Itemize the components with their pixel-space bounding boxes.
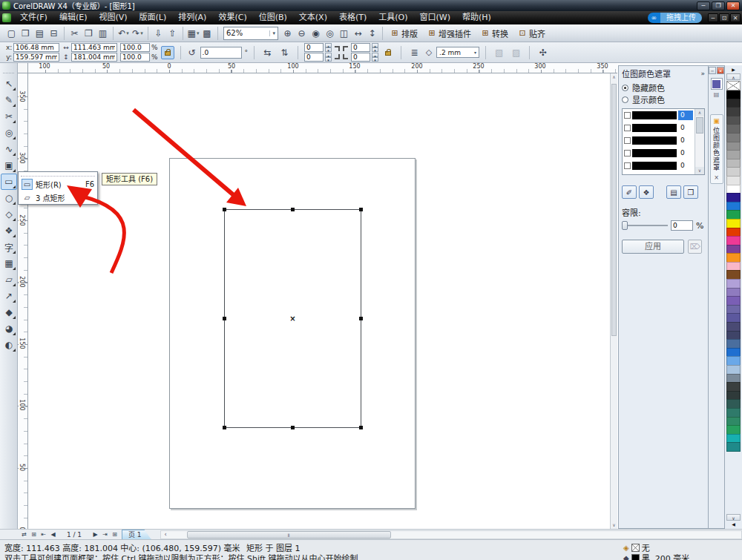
- mask-color-row[interactable]: 0: [623, 147, 695, 159]
- checkbox[interactable]: [624, 125, 631, 131]
- checkbox[interactable]: [624, 112, 631, 119]
- mask-color-row[interactable]: 0: [623, 134, 695, 147]
- fill-tool[interactable]: ◕: [1, 320, 17, 337]
- export-icon[interactable]: ⇧: [165, 26, 180, 41]
- add-page-after-button[interactable]: ⊞: [110, 531, 119, 538]
- open-mask-button[interactable]: ❒: [683, 185, 698, 199]
- color-swatch[interactable]: [726, 442, 741, 452]
- mirror-horizontal-button[interactable]: ⇆: [260, 45, 275, 60]
- menu-item[interactable]: 文本(X): [293, 11, 333, 24]
- palette-scroll-up[interactable]: ∧: [726, 73, 741, 80]
- eyedropper-button[interactable]: ✐: [622, 185, 637, 199]
- ruler-origin-button[interactable]: [18, 63, 28, 73]
- interactive-blend-tool[interactable]: ▱: [1, 271, 17, 288]
- maximize-button[interactable]: ❐: [712, 1, 725, 10]
- selection-handle[interactable]: [359, 426, 363, 429]
- plugins-button[interactable]: ⊞ 增强插件: [423, 26, 476, 41]
- copy-icon[interactable]: ❐: [82, 26, 96, 41]
- flyout-menu-item[interactable]: ▱ 3 点矩形: [19, 191, 97, 204]
- scroll-up-arrow[interactable]: ∧: [695, 109, 704, 116]
- menu-item[interactable]: 效果(C): [212, 11, 252, 24]
- save-icon[interactable]: ▤: [33, 26, 47, 41]
- color-bar[interactable]: [632, 111, 677, 119]
- selection-handle[interactable]: [223, 426, 226, 429]
- menu-item[interactable]: 排列(A): [172, 11, 212, 24]
- y-position-field[interactable]: [13, 53, 59, 62]
- zoom-out-icon[interactable]: ⊖: [295, 26, 309, 41]
- zoom-in-icon[interactable]: ⊕: [280, 26, 295, 41]
- horizontal-ruler[interactable]: 10050050100150200250300350: [28, 63, 617, 73]
- undo-icon[interactable]: ↶▾: [116, 26, 131, 41]
- menu-item[interactable]: 版面(L): [134, 11, 173, 24]
- print-icon[interactable]: ⊟: [47, 26, 61, 41]
- mask-color-row[interactable]: 0: [623, 109, 695, 122]
- close-icon[interactable]: ×: [714, 174, 719, 181]
- to-back-button[interactable]: ▨: [509, 45, 523, 60]
- scroll-left-arrow[interactable]: ‹: [161, 531, 171, 538]
- previous-page-button[interactable]: ◀: [48, 531, 58, 538]
- zoom-to-all-icon[interactable]: ◎: [323, 26, 337, 41]
- hide-colors-radio[interactable]: 隐藏颜色: [622, 82, 705, 93]
- interactive-fill-tool[interactable]: ◐: [1, 337, 17, 353]
- show-colors-radio[interactable]: 显示颜色: [622, 93, 705, 105]
- chevron-right-icon[interactable]: »: [700, 70, 705, 77]
- save-mask-button[interactable]: ▤: [666, 185, 681, 199]
- convert-to-curves-button[interactable]: ✣: [536, 45, 550, 60]
- menu-item[interactable]: 位图(B): [253, 11, 293, 24]
- minimize-button[interactable]: ─: [697, 1, 710, 10]
- last-page-button[interactable]: ⇥: [100, 531, 110, 538]
- tolerance-field[interactable]: [671, 220, 693, 231]
- color-selector-button[interactable]: ❖: [639, 185, 654, 199]
- color-bar[interactable]: [632, 124, 677, 132]
- snap-button[interactable]: ⊡ 贴齐: [513, 26, 551, 41]
- welcome-screen-icon[interactable]: ▩: [200, 26, 214, 41]
- checkbox[interactable]: [624, 150, 631, 157]
- selection-handle[interactable]: [359, 317, 363, 320]
- wrap-text-button[interactable]: ≣: [407, 45, 421, 60]
- tolerance-slider[interactable]: [622, 220, 668, 231]
- rectangle-tool[interactable]: ▭: [1, 174, 17, 190]
- close-button[interactable]: ✕: [726, 1, 740, 10]
- freehand-tool[interactable]: ∿: [1, 141, 17, 157]
- palette-flyout-icon[interactable]: ▶: [729, 66, 738, 73]
- object-width-field[interactable]: [71, 43, 117, 52]
- smart-fill-tool[interactable]: ▣: [1, 157, 17, 174]
- docker-close-button[interactable]: ✕: [717, 67, 724, 74]
- eyedropper-tool[interactable]: ↗: [1, 288, 17, 304]
- paste-icon[interactable]: ▥: [96, 26, 110, 41]
- selection-handle[interactable]: [223, 317, 226, 320]
- spinner[interactable]: ▴▾: [325, 53, 332, 62]
- menu-item[interactable]: 工具(O): [372, 11, 413, 24]
- object-height-field[interactable]: [71, 53, 117, 62]
- selection-handle[interactable]: [223, 208, 226, 211]
- navigator-icon[interactable]: ⇄: [19, 531, 29, 538]
- corner-radius-tr-field[interactable]: [351, 43, 370, 52]
- toolbox-grip[interactable]: [3, 65, 14, 73]
- flyout-menu-item[interactable]: ▭ 矩形(R) F6: [19, 177, 97, 191]
- spinner[interactable]: ▴▾: [372, 53, 378, 62]
- vertical-scrollbar[interactable]: ∧ ∨: [610, 73, 617, 529]
- doc-close-button[interactable]: ✕: [730, 13, 741, 22]
- page-tab[interactable]: 页 1: [122, 530, 151, 539]
- doc-restore-button[interactable]: ⊡: [719, 13, 729, 22]
- add-page-before-button[interactable]: ⊞: [29, 531, 39, 538]
- to-front-button[interactable]: ▧: [492, 45, 506, 60]
- lock-corners-button[interactable]: [381, 46, 395, 59]
- typeset-button[interactable]: ⊞ 排版: [386, 26, 423, 41]
- selection-handle[interactable]: [291, 426, 295, 429]
- menu-item[interactable]: 帮助(H): [456, 11, 497, 24]
- spinner[interactable]: ▴▾: [325, 43, 332, 52]
- x-position-field[interactable]: [13, 43, 59, 52]
- flyout-grip[interactable]: [21, 173, 95, 177]
- checkbox[interactable]: [624, 137, 631, 144]
- scroll-down-arrow[interactable]: ∨: [695, 167, 704, 174]
- palette-scroll-down[interactable]: ∨: [726, 514, 741, 521]
- scroll-down-arrow[interactable]: ∨: [611, 521, 617, 529]
- next-page-button[interactable]: ▶: [91, 531, 100, 538]
- zoom-to-page-icon[interactable]: ◫: [337, 26, 351, 41]
- mirror-vertical-button[interactable]: ⇅: [278, 45, 292, 60]
- scale-h-field[interactable]: [120, 43, 150, 52]
- mini-docker-icon[interactable]: ▤: [714, 91, 720, 98]
- no-color-swatch[interactable]: [726, 81, 741, 90]
- list-scrollbar[interactable]: ∧ ∨: [695, 109, 704, 174]
